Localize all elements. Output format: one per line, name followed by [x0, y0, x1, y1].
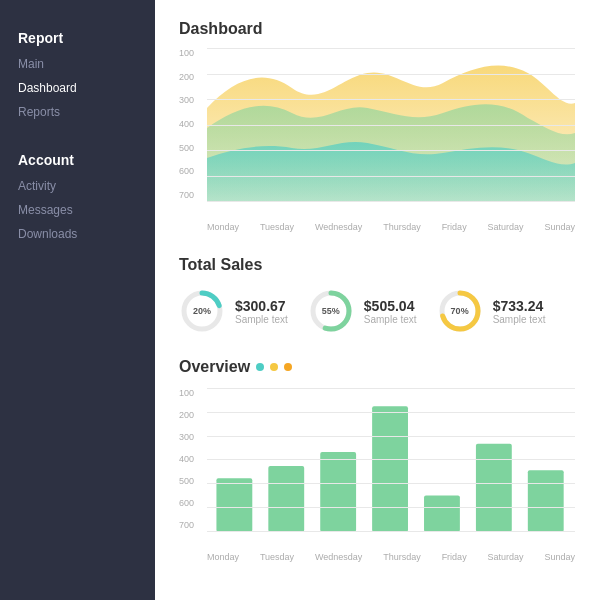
donut-2: 55%	[308, 288, 354, 334]
sidebar: Report Main Dashboard Reports Account Ac…	[0, 0, 155, 600]
sales-sub-2: Sample text	[364, 314, 417, 325]
sidebar-section-report: Report	[0, 20, 155, 52]
sales-sub-1: Sample text	[235, 314, 288, 325]
svg-rect-11	[476, 444, 512, 532]
donut-2-label: 55%	[322, 306, 340, 316]
sidebar-item-messages[interactable]: Messages	[0, 198, 155, 222]
sales-amount-2: $505.04	[364, 298, 417, 314]
bar-chart: 700 600 500 400 300 200 100	[179, 388, 575, 548]
total-sales-title: Total Sales	[179, 256, 575, 274]
sidebar-section-account: Account	[0, 142, 155, 174]
donut-1: 20%	[179, 288, 225, 334]
sidebar-item-downloads[interactable]: Downloads	[0, 222, 155, 246]
svg-rect-12	[528, 470, 564, 532]
donut-3: 70%	[437, 288, 483, 334]
area-chart: 700 600 500 400 300 200 100	[179, 48, 575, 218]
sales-sub-3: Sample text	[493, 314, 546, 325]
main-content: Dashboard 700 600 500 400 300 200 100	[155, 0, 599, 600]
sales-card-2: 55% $505.04 Sample text	[308, 288, 417, 334]
sales-cards: 20% $300.67 Sample text 55% $505.04	[179, 288, 575, 334]
overview-title: Overview	[179, 358, 250, 376]
area-chart-svg	[207, 48, 575, 202]
svg-rect-7	[268, 466, 304, 532]
bar-chart-x-labels: Monday Tuesday Wednesday Thursday Friday…	[179, 552, 575, 562]
sales-card-3: 70% $733.24 Sample text	[437, 288, 546, 334]
overview-dot-1	[256, 363, 264, 371]
donut-3-label: 70%	[451, 306, 469, 316]
bar-chart-y-axis: 700 600 500 400 300 200 100	[179, 388, 207, 532]
bar-chart-canvas	[207, 388, 575, 532]
bar-chart-svg	[207, 388, 575, 532]
sidebar-item-reports[interactable]: Reports	[0, 100, 155, 124]
area-chart-canvas	[207, 48, 575, 202]
sales-amount-3: $733.24	[493, 298, 546, 314]
area-chart-section: 700 600 500 400 300 200 100	[179, 48, 575, 232]
sidebar-item-main[interactable]: Main	[0, 52, 155, 76]
overview-dot-3	[284, 363, 292, 371]
total-sales-section: Total Sales 20% $300.67 Sample text	[179, 256, 575, 334]
area-chart-x-labels: Monday Tuesday Wednesday Thursday Friday…	[179, 222, 575, 232]
dashboard-title: Dashboard	[179, 20, 263, 37]
svg-rect-10	[424, 495, 460, 532]
sidebar-item-activity[interactable]: Activity	[0, 174, 155, 198]
sales-card-1: 20% $300.67 Sample text	[179, 288, 288, 334]
svg-rect-6	[216, 478, 252, 532]
svg-rect-8	[320, 452, 356, 532]
donut-1-label: 20%	[193, 306, 211, 316]
overview-section: Overview 700 600 500 400 300 200 100	[179, 358, 575, 562]
overview-header: Overview	[179, 358, 575, 376]
svg-rect-9	[372, 406, 408, 532]
sales-amount-1: $300.67	[235, 298, 288, 314]
overview-dot-2	[270, 363, 278, 371]
sidebar-item-dashboard[interactable]: Dashboard	[0, 76, 155, 100]
area-chart-y-axis: 700 600 500 400 300 200 100	[179, 48, 207, 202]
